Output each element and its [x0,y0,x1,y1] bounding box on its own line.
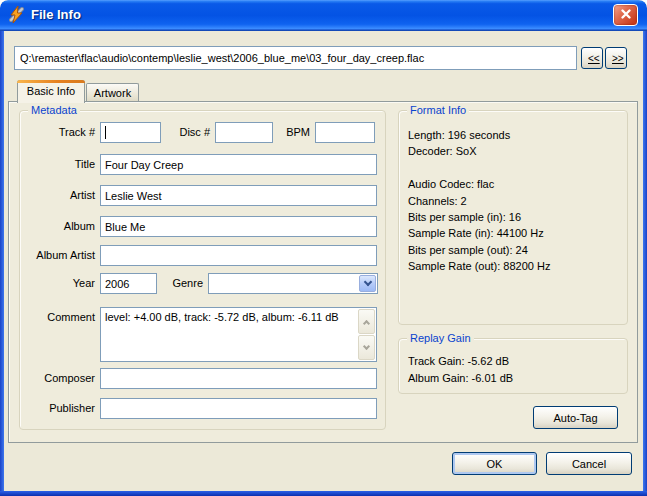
disc-number-label: Disc # [163,122,210,143]
publisher-input[interactable] [100,398,377,419]
file-path-input[interactable] [14,46,577,70]
metadata-legend: Metadata [28,104,80,117]
tab-basic-info[interactable]: Basic Info [17,80,85,103]
window-frame-right [643,31,647,496]
next-file-button[interactable]: >> [605,47,627,69]
artist-label: Artist [18,185,95,206]
album-label: Album [18,216,95,237]
genre-combobox[interactable] [208,273,378,294]
composer-input[interactable] [100,368,377,389]
comment-label: Comment [18,307,95,328]
composer-label: Composer [18,368,95,389]
format-info-line [408,160,623,176]
tab-artwork-label: Artwork [94,87,131,99]
chevron-down-icon [363,343,370,350]
genre-label: Genre [160,273,203,294]
format-info-line: Bits per sample (in): 16 [408,209,623,225]
format-info-line: Channels: 2 [408,193,623,209]
chevron-down-icon [363,278,371,286]
window-frame-left [0,31,4,496]
replay-gain-line: Track Gain: -5.62 dB [408,353,623,370]
publisher-label: Publisher [18,398,95,419]
album-input[interactable] [100,216,377,237]
close-button[interactable] [613,4,638,26]
winamp-lightning-icon [7,5,27,25]
scroll-down-button[interactable] [358,335,375,360]
format-info-line: Decoder: SoX [408,143,623,159]
ok-button[interactable]: OK [452,452,537,475]
title-label: Title [18,154,95,175]
window-title: File Info [31,7,81,22]
window-frame-bottom [0,491,647,496]
format-info-line: Sample Rate (in): 44100 Hz [408,225,623,241]
tab-basic-info-label: Basic Info [27,85,75,97]
comment-textarea[interactable]: level: +4.00 dB, track: -5.72 dB, album:… [100,307,377,362]
year-label: Year [18,273,95,294]
format-info-lines: Length: 196 seconds Decoder: SoX Audio C… [408,127,623,275]
bpm-input[interactable] [315,122,375,143]
titlebar[interactable]: File Info [0,0,647,31]
disc-number-input[interactable] [215,122,273,143]
track-number-input[interactable] [100,122,161,143]
format-info-line: Bits per sample (out): 24 [408,242,623,258]
genre-dropdown-button[interactable] [359,275,376,292]
comment-scrollbar[interactable] [358,309,375,360]
artist-input[interactable] [100,185,377,206]
replay-gain-legend: Replay Gain [407,332,474,345]
text-caret [105,126,106,139]
format-info-legend: Format Info [407,104,469,117]
format-info-line: Audio Codec: flac [408,176,623,192]
replay-gain-line: Album Gain: -6.01 dB [408,370,623,387]
format-info-line: Length: 196 seconds [408,127,623,143]
year-input[interactable] [100,273,157,294]
scroll-up-button[interactable] [358,309,375,334]
auto-tag-button[interactable]: Auto-Tag [533,406,618,429]
album-artist-label: Album Artist [18,245,95,266]
close-icon [620,8,632,22]
replay-gain-lines: Track Gain: -5.62 dB Album Gain: -6.01 d… [408,353,623,387]
title-input[interactable] [100,154,377,175]
format-info-line: Sample Rate (out): 88200 Hz [408,258,623,274]
cancel-button[interactable]: Cancel [546,452,632,475]
track-number-label: Track # [18,122,95,143]
album-artist-input[interactable] [100,245,377,266]
bpm-label: BPM [272,122,310,143]
previous-file-button[interactable]: << [581,47,603,69]
file-info-dialog: File Info << >> Basic Info Artwork Metad… [0,0,647,496]
chevron-up-icon [363,319,370,326]
tab-artwork[interactable]: Artwork [86,83,139,101]
